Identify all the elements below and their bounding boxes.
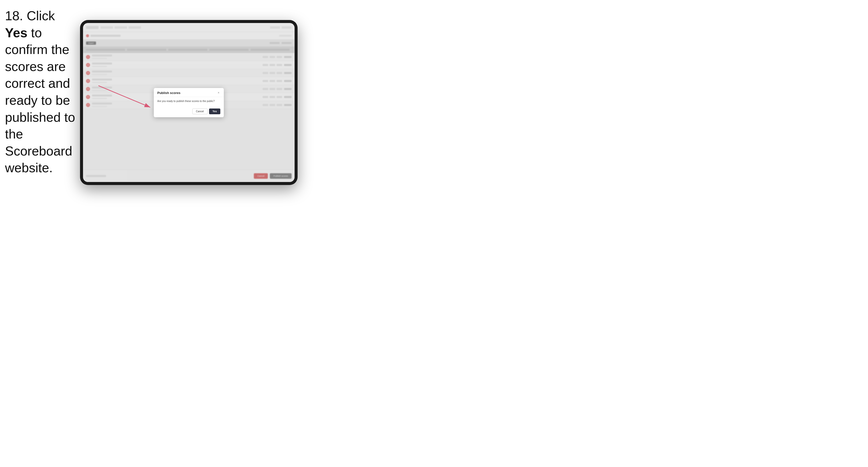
instruction-text: 18. Click Yes to confirm the scores are … <box>5 7 78 177</box>
modal-cancel-button[interactable]: Cancel <box>192 108 208 114</box>
modal-yes-button[interactable]: Yes <box>209 108 220 114</box>
close-icon[interactable]: × <box>217 91 220 94</box>
modal-body: Are you ready to publish these scores to… <box>154 97 224 106</box>
modal-footer: Cancel Yes <box>154 106 224 117</box>
publish-scores-dialog: Publish scores × Are you ready to publis… <box>154 88 224 117</box>
tablet-screen: Export 1 <box>83 23 294 182</box>
modal-body-text: Are you ready to publish these scores to… <box>157 99 220 103</box>
modal-overlay: Publish scores × Are you ready to publis… <box>83 23 294 182</box>
modal-title: Publish scores <box>157 91 180 95</box>
tablet-device: Export 1 <box>80 20 298 185</box>
modal-header: Publish scores × <box>154 88 224 97</box>
